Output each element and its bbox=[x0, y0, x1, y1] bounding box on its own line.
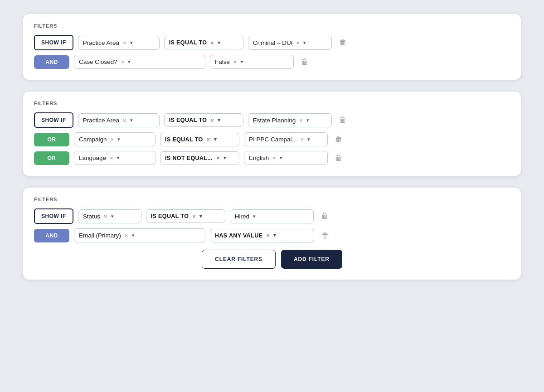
field-select-3-2[interactable]: Email (Primary) × ▾ bbox=[74, 228, 205, 242]
arrow-icon-op-1-1: ▾ bbox=[218, 40, 220, 46]
filter-row-3-1: SHOW IF Status × ▾ IS EQUAL TO × ▾ Hired… bbox=[34, 208, 510, 224]
arrow-icon-1-2: ▾ bbox=[128, 59, 131, 65]
operator-select-3-1[interactable]: IS EQUAL TO × ▾ bbox=[146, 209, 225, 223]
and-badge-3-2: AND bbox=[34, 229, 69, 242]
delete-row-3-2[interactable]: 🗑 bbox=[319, 229, 332, 242]
show-if-badge-3: SHOW IF bbox=[34, 208, 73, 224]
clear-op-2-2[interactable]: × bbox=[207, 136, 210, 142]
clear-op-3-1[interactable]: × bbox=[192, 213, 196, 219]
arrow-icon-op-2-3: ▾ bbox=[223, 155, 226, 161]
arrow-icon-op-2-2: ▾ bbox=[214, 136, 217, 142]
delete-row-2-3[interactable]: 🗑 bbox=[332, 152, 345, 165]
or-badge-2-3: OR bbox=[34, 151, 69, 165]
field-select-2-2[interactable]: Campaign × ▾ bbox=[74, 132, 155, 146]
value-select-2-1[interactable]: Estate Planning × ▾ bbox=[248, 113, 332, 127]
value-select-2-3[interactable]: English × ▾ bbox=[244, 151, 328, 165]
filter-row-2-2: OR Campaign × ▾ IS EQUAL TO × ▾ PI PPC C… bbox=[34, 132, 510, 146]
clear-val-1-1[interactable]: × bbox=[296, 40, 300, 46]
delete-row-1-2[interactable]: 🗑 bbox=[298, 56, 311, 68]
arrow-icon-val-1-1: ▾ bbox=[303, 40, 306, 46]
clear-field-1-1[interactable]: × bbox=[123, 40, 126, 46]
value-select-2-2[interactable]: PI PPC Campai... × ▾ bbox=[244, 132, 328, 146]
clear-field-2-3[interactable]: × bbox=[110, 155, 113, 161]
clear-field-2-2[interactable]: × bbox=[111, 136, 114, 142]
filter-card-3: FILTERS SHOW IF Status × ▾ IS EQUAL TO ×… bbox=[23, 187, 521, 280]
clear-op-3-2[interactable]: × bbox=[266, 232, 270, 238]
field-select-1-2[interactable]: Case Closed? × ▾ bbox=[74, 55, 205, 69]
arrow-icon-op-2-1: ▾ bbox=[218, 117, 220, 123]
arrow-icon-2-1: ▾ bbox=[130, 117, 133, 123]
value-select-1-2[interactable]: False × ▾ bbox=[210, 55, 294, 69]
or-badge-2-2: OR bbox=[34, 133, 69, 146]
filter-row-2-1: SHOW IF Practice Area × ▾ IS EQUAL TO × … bbox=[34, 112, 510, 128]
filter-row-1-2: AND Case Closed? × ▾ False × ▾ 🗑 bbox=[34, 55, 510, 69]
arrow-icon-val-3-1: ▾ bbox=[253, 213, 256, 219]
arrow-icon-1-1: ▾ bbox=[130, 40, 133, 46]
arrow-icon-3-2: ▾ bbox=[132, 232, 135, 238]
field-select-1-1[interactable]: Practice Area × ▾ bbox=[78, 36, 160, 50]
delete-row-2-1[interactable]: 🗑 bbox=[336, 114, 350, 126]
operator-select-2-3[interactable]: IS NOT EQUAL... × ▾ bbox=[160, 151, 239, 165]
clear-op-1-1[interactable]: × bbox=[210, 40, 214, 46]
value-select-3-1[interactable]: Hired ▾ bbox=[230, 209, 314, 223]
filters-label-1: FILTERS bbox=[34, 23, 510, 29]
arrow-icon-op-3-1: ▾ bbox=[199, 213, 202, 219]
operator-select-1-1[interactable]: IS EQUAL TO × ▾ bbox=[164, 36, 243, 49]
field-select-2-1[interactable]: Practice Area × ▾ bbox=[78, 113, 160, 127]
arrow-icon-val-2-1: ▾ bbox=[306, 117, 309, 123]
show-if-badge-2: SHOW IF bbox=[34, 112, 73, 128]
filter-row-1-1: SHOW IF Practice Area × ▾ IS EQUAL TO × … bbox=[34, 35, 510, 50]
arrow-icon-3-1: ▾ bbox=[111, 213, 114, 219]
add-filter-button[interactable]: ADD FILTER bbox=[281, 250, 342, 269]
arrow-icon-op-3-2: ▾ bbox=[273, 232, 276, 238]
filters-label-3: FILTERS bbox=[34, 197, 510, 202]
clear-field-1-2[interactable]: × bbox=[121, 59, 125, 65]
clear-op-2-1[interactable]: × bbox=[210, 117, 214, 123]
and-badge-1-2: AND bbox=[34, 55, 69, 69]
delete-row-3-1[interactable]: 🗑 bbox=[318, 210, 331, 223]
filters-label-2: FILTERS bbox=[34, 101, 510, 106]
field-select-2-3[interactable]: Language × ▾ bbox=[74, 151, 155, 165]
arrow-icon-val-1-2: ▾ bbox=[241, 59, 243, 65]
clear-field-3-2[interactable]: × bbox=[125, 232, 128, 238]
clear-field-2-1[interactable]: × bbox=[123, 117, 126, 123]
clear-op-2-3[interactable]: × bbox=[216, 155, 220, 161]
delete-row-1-1[interactable]: 🗑 bbox=[336, 36, 350, 49]
filter-card-2: FILTERS SHOW IF Practice Area × ▾ IS EQU… bbox=[23, 91, 521, 176]
clear-val-1-2[interactable]: × bbox=[233, 59, 237, 65]
operator-select-3-2[interactable]: HAS ANY VALUE × ▾ bbox=[210, 229, 314, 242]
clear-val-2-2[interactable]: × bbox=[301, 136, 304, 142]
clear-val-2-3[interactable]: × bbox=[272, 155, 276, 161]
bottom-actions: CLEAR FILTERS ADD FILTER bbox=[34, 250, 510, 269]
field-select-3-1[interactable]: Status × ▾ bbox=[78, 209, 141, 223]
filter-row-2-3: OR Language × ▾ IS NOT EQUAL... × ▾ Engl… bbox=[34, 151, 510, 165]
clear-filters-button[interactable]: CLEAR FILTERS bbox=[202, 250, 276, 269]
filter-card-1: FILTERS SHOW IF Practice Area × ▾ IS EQU… bbox=[23, 14, 521, 80]
arrow-icon-val-2-3: ▾ bbox=[280, 155, 282, 161]
delete-row-2-2[interactable]: 🗑 bbox=[332, 133, 345, 146]
arrow-icon-val-2-2: ▾ bbox=[307, 136, 310, 142]
value-select-1-1[interactable]: Criminal – DUI × ▾ bbox=[248, 36, 332, 50]
operator-select-2-1[interactable]: IS EQUAL TO × ▾ bbox=[164, 113, 243, 127]
operator-select-2-2[interactable]: IS EQUAL TO × ▾ bbox=[160, 133, 239, 146]
clear-field-3-1[interactable]: × bbox=[104, 213, 107, 219]
clear-val-2-1[interactable]: × bbox=[299, 117, 303, 123]
arrow-icon-2-3: ▾ bbox=[117, 155, 120, 161]
arrow-icon-2-2: ▾ bbox=[117, 136, 120, 142]
filter-row-3-2: AND Email (Primary) × ▾ HAS ANY VALUE × … bbox=[34, 228, 510, 242]
show-if-badge-1: SHOW IF bbox=[34, 35, 73, 50]
